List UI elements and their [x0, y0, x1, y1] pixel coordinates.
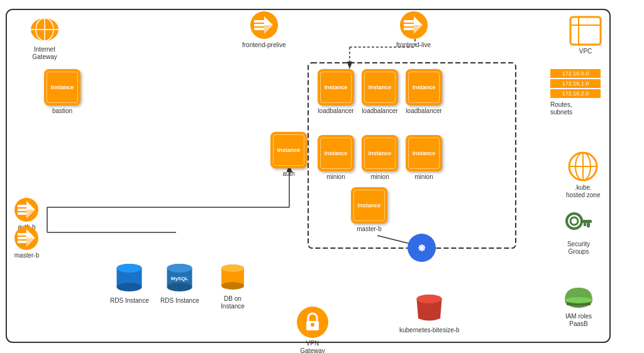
svg-rect-25 — [404, 24, 414, 26]
auth-b-icon — [13, 198, 41, 222]
frontend-live-label: frontend-live — [396, 41, 431, 49]
bastion-instance-box: Instance — [44, 69, 80, 106]
auth-label: auth — [282, 170, 294, 178]
internet-gateway-node: InternetGateway — [28, 16, 61, 61]
master-b-inner-label: master-b — [357, 225, 381, 233]
hosted-zone-icon — [567, 151, 599, 182]
svg-text:⎈: ⎈ — [418, 241, 426, 254]
lb3-label: loadbalancer — [406, 107, 441, 115]
security-groups-icon — [563, 207, 594, 239]
master-b-icon — [13, 226, 41, 250]
rds2-node: MySQL RDS Instance — [160, 261, 199, 305]
bastion-instance-text: Instance — [51, 84, 74, 91]
vpc-icon — [569, 16, 602, 46]
db-instance-label: DB onInstance — [221, 295, 245, 310]
lb2-instance-text: Instance — [369, 84, 392, 91]
svg-rect-27 — [404, 28, 414, 30]
route-item-1: 172.16.0.0 — [550, 69, 601, 78]
lb3-instance-box: Instance — [406, 69, 442, 106]
svg-rect-33 — [18, 212, 26, 215]
svg-rect-69 — [587, 223, 590, 227]
master-b-inner-instance-box: Instance — [351, 187, 387, 224]
svg-rect-21 — [254, 28, 264, 30]
lb2-label: loadbalancer — [362, 107, 397, 115]
lb1-node: Instance loadbalancer — [318, 69, 354, 115]
db-instance-node: DB onInstance — [217, 261, 248, 310]
security-groups-node: SecurityGroups — [563, 207, 594, 256]
minion3-instance-text: Instance — [413, 150, 436, 157]
route-item-3: 172.16.2.0 — [550, 89, 601, 98]
svg-point-49 — [167, 264, 192, 273]
master-b-node: master-b — [13, 226, 41, 259]
svg-rect-0 — [6, 9, 610, 342]
iam-roles-node: IAM rolesPaasB — [563, 283, 594, 328]
svg-rect-70 — [584, 223, 586, 226]
svg-point-56 — [311, 323, 314, 327]
auth-node: Instance auth — [270, 132, 307, 178]
db-instance-icon — [217, 261, 248, 293]
minion3-label: minion — [414, 173, 433, 181]
bucket-node: kubernetes-bitesize-b — [399, 290, 460, 334]
lb2-instance-box: Instance — [362, 69, 398, 106]
minion1-instance-box: Instance — [318, 135, 354, 171]
svg-rect-37 — [18, 237, 26, 239]
svg-text:MySQL: MySQL — [171, 276, 189, 281]
auth-instance-text: Instance — [277, 147, 301, 154]
lb1-instance-text: Instance — [325, 84, 348, 91]
vpn-gateway-icon — [297, 307, 328, 338]
frontend-prelive-label: frontend-prelive — [242, 41, 286, 49]
frontend-live-node: frontend-live — [396, 11, 431, 49]
svg-point-53 — [221, 282, 244, 290]
svg-rect-68 — [580, 220, 592, 223]
security-groups-label: SecurityGroups — [567, 241, 590, 256]
svg-point-66 — [567, 214, 582, 229]
master-b-inner-instance-text: Instance — [358, 202, 381, 209]
vpn-gateway-node: VPNGateway — [297, 307, 328, 353]
rds1-node: RDS Instance — [110, 261, 149, 305]
bastion-node: Instance bastion — [44, 69, 80, 115]
minion3-instance-box: Instance — [406, 135, 442, 171]
kubernetes-node: ⎈ — [408, 234, 436, 262]
hosted-zone-label: .kube.hosted zone — [566, 184, 601, 199]
rds2-label: RDS Instance — [160, 297, 199, 305]
svg-point-67 — [570, 217, 578, 225]
svg-point-45 — [117, 264, 142, 273]
lb2-node: Instance loadbalancer — [362, 69, 398, 115]
rds2-icon: MySQL — [162, 261, 197, 295]
iam-roles-icon — [563, 283, 594, 311]
minion3-node: Instance minion — [406, 135, 442, 181]
lb3-instance-text: Instance — [413, 84, 436, 91]
route-item-2: 172.16.1.0 — [550, 79, 601, 88]
frontend-prelive-icon — [248, 11, 280, 40]
svg-rect-20 — [254, 20, 264, 23]
vpc-label: VPC — [579, 48, 592, 55]
svg-rect-39 — [18, 241, 26, 243]
kubernetes-icon: ⎈ — [408, 234, 436, 262]
minion2-node: Instance minion — [362, 135, 398, 181]
svg-rect-31 — [18, 209, 26, 211]
frontend-live-icon — [397, 11, 430, 40]
svg-point-58 — [417, 295, 442, 303]
minion1-label: minion — [326, 173, 345, 181]
minion1-instance-text: Instance — [325, 150, 348, 157]
minion1-node: Instance minion — [318, 135, 354, 181]
internet-gateway-icon — [28, 16, 61, 44]
bucket-icon — [412, 290, 447, 325]
svg-rect-59 — [570, 17, 601, 45]
routes-node: 172.16.0.0 172.16.1.0 172.16.2.0 Routes,… — [550, 69, 601, 116]
lb1-instance-box: Instance — [318, 69, 354, 106]
routes-label: Routes,subnets — [550, 101, 572, 116]
svg-rect-26 — [404, 20, 414, 23]
iam-roles-label: IAM rolesPaasB — [565, 313, 592, 328]
lb1-label: loadbalancer — [318, 107, 353, 115]
master-b-inner-node: Instance master-b — [351, 187, 387, 233]
svg-rect-38 — [18, 233, 26, 236]
auth-instance-box: Instance — [270, 132, 307, 168]
vpc-node: VPC — [569, 16, 602, 55]
hosted-zone-node: .kube.hosted zone — [566, 151, 601, 199]
bucket-label: kubernetes-bitesize-b — [399, 327, 460, 334]
minion2-instance-text: Instance — [369, 150, 392, 157]
minion2-label: minion — [370, 173, 389, 181]
frontend-prelive-node: frontend-prelive — [242, 11, 286, 49]
bastion-label: bastion — [52, 107, 72, 115]
